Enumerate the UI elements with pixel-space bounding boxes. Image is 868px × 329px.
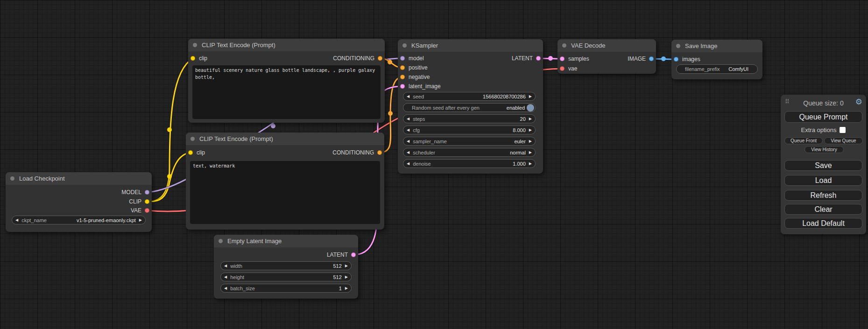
clip-slot-dot[interactable] <box>145 199 149 204</box>
collapse-dot-icon[interactable] <box>191 137 195 141</box>
decrement-arrow-icon[interactable]: ◀ <box>407 162 409 166</box>
ckpt-name-widget[interactable]: ◀ ckpt_name v1-5-pruned-emaonly.ckpt ▶ <box>12 216 146 224</box>
positive-prompt-textarea[interactable]: beautiful scenery nature glass bottle la… <box>192 65 381 119</box>
node-title-bar[interactable]: Load Checkpoint <box>6 172 152 185</box>
node-clip-text-encode-positive[interactable]: CLIP Text Encode (Prompt) clip CONDITION… <box>188 39 385 123</box>
increment-arrow-icon[interactable]: ▶ <box>529 162 532 166</box>
node-title-bar[interactable]: Save Image <box>671 40 762 52</box>
settings-gear-icon[interactable]: ⚙ <box>855 98 862 106</box>
view-queue-button[interactable]: View Queue <box>824 137 863 144</box>
load-default-button[interactable]: Load Default <box>784 218 862 229</box>
decrement-arrow-icon[interactable]: ◀ <box>407 151 409 154</box>
link-ksampler-latent-to-samples-midpoint-dot[interactable] <box>548 56 553 61</box>
model-slot-dot[interactable] <box>145 190 149 195</box>
input-slot-clip[interactable]: clip <box>188 148 205 157</box>
increment-arrow-icon[interactable]: ▶ <box>529 117 532 121</box>
node-title-bar[interactable]: Empty Latent Image <box>214 235 358 247</box>
node-title-bar[interactable]: CLIP Text Encode (Prompt) <box>188 39 385 51</box>
output-slot-latent[interactable]: LATENT <box>327 250 356 259</box>
collapse-dot-icon[interactable] <box>676 44 680 48</box>
increment-arrow-icon[interactable]: ▶ <box>529 151 532 154</box>
output-slot-conditioning[interactable]: CONDITIONING <box>333 54 382 63</box>
image-slot-dot[interactable] <box>674 57 678 62</box>
conditioning-slot-dot[interactable] <box>400 75 405 79</box>
clear-button[interactable]: Clear <box>784 204 862 215</box>
queue-front-button[interactable]: Queue Front <box>784 137 823 144</box>
toggle-knob-icon[interactable] <box>527 104 534 112</box>
vae-slot-dot[interactable] <box>145 208 149 213</box>
filename-prefix-widget[interactable]: filename_prefix ComfyUI <box>676 64 758 74</box>
steps-widget[interactable]: ◀ steps 20 ▶ <box>403 114 536 123</box>
decrement-arrow-icon[interactable]: ◀ <box>407 95 409 98</box>
node-graph-canvas[interactable]: Load Checkpoint MODEL CLIP VAE ◀ ckpt_na… <box>0 0 868 329</box>
collapse-dot-icon[interactable] <box>193 43 197 47</box>
save-button[interactable]: Save <box>784 160 862 171</box>
sampler-name-widget[interactable]: ◀ sampler_name euler ▶ <box>403 137 536 146</box>
vae-slot-dot[interactable] <box>560 66 565 71</box>
input-slot-vae[interactable]: vae <box>560 64 577 73</box>
conditioning-slot-dot[interactable] <box>378 56 382 61</box>
link-image-to-saveimage-midpoint-dot[interactable] <box>661 56 666 61</box>
increment-arrow-icon[interactable]: ▶ <box>345 287 348 290</box>
input-slot-negative[interactable]: negative <box>400 72 430 82</box>
output-slot-vae[interactable]: VAE <box>131 206 149 215</box>
scheduler-widget[interactable]: ◀ scheduler normal ▶ <box>403 148 536 157</box>
increment-arrow-icon[interactable]: ▶ <box>529 95 532 98</box>
input-slot-samples[interactable]: samples <box>560 54 589 63</box>
input-slot-latent-image[interactable]: latent_image <box>400 82 441 91</box>
conditioning-slot-dot[interactable] <box>377 150 382 155</box>
link-clip-to-negative-prompt-midpoint-dot[interactable] <box>167 174 172 179</box>
node-clip-text-encode-negative[interactable]: CLIP Text Encode (Prompt) clip CONDITION… <box>186 133 384 230</box>
random-seed-toggle-widget[interactable]: Random seed after every gen enabled <box>403 103 536 112</box>
queue-prompt-button[interactable]: Queue Prompt <box>784 111 862 123</box>
node-ksampler[interactable]: KSampler model positive negative latent_… <box>398 39 543 174</box>
latent-slot-dot[interactable] <box>560 56 565 61</box>
output-slot-clip[interactable]: CLIP <box>129 197 149 206</box>
height-widget[interactable]: ◀ height 512 ▶ <box>220 273 352 281</box>
collapse-dot-icon[interactable] <box>10 176 14 181</box>
input-slot-images[interactable]: images <box>674 55 700 64</box>
node-title-bar[interactable]: CLIP Text Encode (Prompt) <box>186 133 384 145</box>
drag-handle-icon[interactable]: ⠿ <box>785 98 790 105</box>
link-clip-to-positive-prompt-midpoint-dot[interactable] <box>167 127 172 132</box>
decrement-arrow-icon[interactable]: ◀ <box>407 117 409 121</box>
decrement-arrow-icon[interactable]: ◀ <box>224 275 227 279</box>
input-slot-positive[interactable]: positive <box>400 63 428 72</box>
increment-arrow-icon[interactable]: ▶ <box>529 128 532 132</box>
input-slot-clip[interactable]: clip <box>191 54 207 63</box>
latent-slot-dot[interactable] <box>400 84 405 89</box>
node-empty-latent-image[interactable]: Empty Latent Image LATENT ◀ width 512 ▶ … <box>214 235 358 299</box>
refresh-button[interactable]: Refresh <box>784 190 862 201</box>
decrement-arrow-icon[interactable]: ◀ <box>407 140 409 143</box>
view-history-button[interactable]: View History <box>804 146 844 153</box>
link-model-to-ksampler-midpoint-dot[interactable] <box>271 124 275 128</box>
node-vae-decode[interactable]: VAE Decode samples vae IMAGE <box>557 39 656 74</box>
collapse-dot-icon[interactable] <box>562 43 566 48</box>
load-button[interactable]: Load <box>784 175 862 186</box>
conditioning-slot-dot[interactable] <box>400 65 405 70</box>
decrement-arrow-icon[interactable]: ◀ <box>224 287 227 290</box>
negative-prompt-textarea[interactable]: text, watermark <box>190 161 380 224</box>
increment-arrow-icon[interactable]: ▶ <box>529 140 532 143</box>
node-save-image[interactable]: Save Image images filename_prefix ComfyU… <box>671 40 762 79</box>
output-slot-conditioning[interactable]: CONDITIONING <box>332 148 382 157</box>
increment-arrow-icon[interactable]: ▶ <box>139 218 142 222</box>
image-slot-dot[interactable] <box>649 56 654 61</box>
link-negative-conditioning-midpoint-dot[interactable] <box>388 111 393 116</box>
output-slot-image[interactable]: IMAGE <box>628 54 654 63</box>
output-slot-model[interactable]: MODEL <box>121 188 149 197</box>
node-title-bar[interactable]: VAE Decode <box>557 39 656 52</box>
collapse-dot-icon[interactable] <box>219 239 223 243</box>
link-positive-conditioning-midpoint-dot[interactable] <box>388 60 392 64</box>
input-slot-model[interactable]: model <box>400 54 424 63</box>
node-title-bar[interactable]: KSampler <box>398 39 543 52</box>
cfg-widget[interactable]: ◀ cfg 8.000 ▶ <box>403 126 536 134</box>
clip-slot-dot[interactable] <box>188 150 193 155</box>
output-slot-latent[interactable]: LATENT <box>512 54 541 63</box>
latent-slot-dot[interactable] <box>536 56 541 61</box>
increment-arrow-icon[interactable]: ▶ <box>345 264 348 268</box>
decrement-arrow-icon[interactable]: ◀ <box>407 128 409 132</box>
node-load-checkpoint[interactable]: Load Checkpoint MODEL CLIP VAE ◀ ckpt_na… <box>6 172 152 232</box>
decrement-arrow-icon[interactable]: ◀ <box>224 264 227 268</box>
latent-slot-dot[interactable] <box>351 252 356 257</box>
